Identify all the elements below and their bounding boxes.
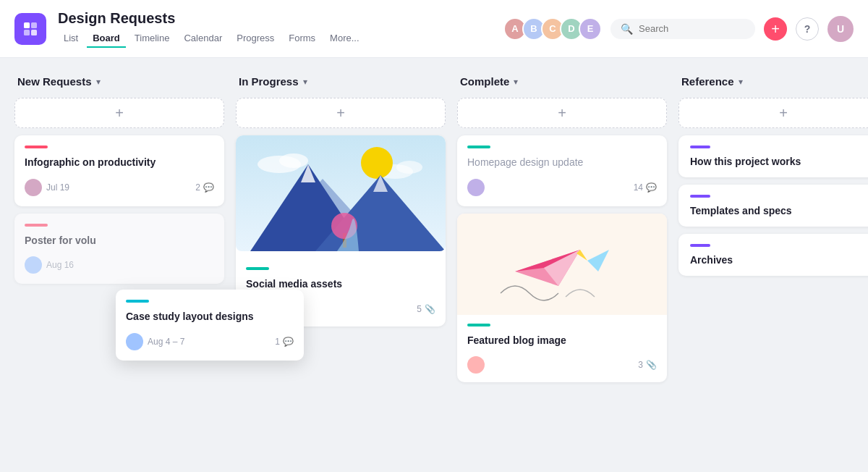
card-illustration-social	[236, 135, 446, 251]
svg-point-6	[279, 153, 308, 168]
svg-rect-3	[31, 30, 37, 35]
card-how-project-works[interactable]: How this project works	[678, 135, 868, 177]
card-accent-social	[246, 267, 269, 270]
float-accent-case	[126, 300, 149, 303]
card-date-infographic: Jul 19	[46, 182, 69, 193]
card-archives[interactable]: Archives	[678, 234, 868, 276]
tab-board[interactable]: Board	[87, 30, 126, 48]
svg-point-8	[396, 161, 422, 174]
card-templates-specs[interactable]: Templates and specs	[678, 185, 868, 227]
card-avatar-infographic	[25, 179, 42, 196]
svg-rect-2	[24, 30, 30, 35]
column-in-progress: In Progress ▾ +	[236, 75, 446, 455]
card-title-poster: Poster for volu	[25, 234, 214, 248]
column-title-complete: Complete	[460, 75, 509, 88]
column-new-requests: New Requests ▾ + Infographic on producti…	[14, 75, 224, 455]
comment-icon-homepage: 💬	[646, 182, 657, 193]
board-area: New Requests ▾ + Infographic on producti…	[0, 58, 868, 472]
tab-calendar[interactable]: Calendar	[178, 30, 228, 48]
ref-title-how: How this project works	[690, 156, 868, 167]
card-footer-homepage: 14 💬	[467, 179, 657, 196]
card-accent-poster	[25, 224, 48, 227]
comment-count-infographic: 2	[195, 182, 200, 193]
column-header-in-progress: In Progress ▾	[236, 75, 446, 88]
user-avatar[interactable]: U	[827, 16, 854, 42]
float-meta-case: Aug 4 – 7	[126, 333, 184, 350]
column-reference: Reference ▾ + How this project works Tem…	[678, 75, 868, 455]
add-card-in-progress[interactable]: +	[236, 98, 446, 128]
attachment-icon-social: 📎	[425, 304, 435, 314]
float-comments-case: 1 💬	[275, 337, 294, 347]
comment-count-blog: 3	[638, 360, 643, 370]
card-poster-partial[interactable]: Poster for volu Aug 16	[14, 214, 224, 285]
comment-count-homepage: 14	[634, 182, 643, 193]
card-comments-infographic: 2 💬	[195, 182, 214, 193]
ref-title-archives: Archives	[690, 254, 868, 266]
column-chevron-in-progress[interactable]: ▾	[303, 77, 307, 87]
floating-card-case-study[interactable]: Case study layout designs Aug 4 – 7 1 💬	[116, 290, 304, 361]
ref-accent-archives	[690, 244, 710, 247]
float-avatar-case	[126, 333, 143, 350]
card-avatar-poster	[25, 256, 42, 274]
column-complete: Complete ▾ + Homepage design update 14 💬	[457, 75, 667, 455]
card-accent-blog	[467, 324, 490, 326]
add-card-new-requests[interactable]: +	[14, 98, 224, 128]
card-title-blog: Featured blog image	[467, 334, 657, 348]
column-chevron-reference[interactable]: ▾	[739, 77, 743, 87]
float-comment-count-case: 1	[275, 337, 280, 347]
column-chevron-complete[interactable]: ▾	[514, 77, 518, 87]
tab-list[interactable]: List	[58, 30, 84, 48]
app-header: Design Requests List Board Timeline Cale…	[0, 0, 868, 58]
card-accent-infographic	[25, 146, 48, 148]
card-avatar-blog	[467, 356, 485, 374]
app-logo[interactable]	[14, 13, 46, 45]
svg-rect-1	[31, 22, 37, 28]
svg-point-9	[361, 147, 393, 179]
card-meta-blog	[467, 356, 485, 374]
card-infographic[interactable]: Infographic on productivity Jul 19 2 💬	[14, 135, 224, 206]
attachment-icon-blog: 📎	[646, 360, 657, 370]
ref-accent-how	[690, 146, 710, 148]
search-icon: 🔍	[621, 23, 633, 35]
add-card-complete[interactable]: +	[457, 98, 667, 128]
float-footer-case: Aug 4 – 7 1 💬	[126, 333, 294, 350]
comment-count-social: 5	[417, 304, 422, 314]
card-footer-poster: Aug 16	[25, 256, 214, 274]
tab-more[interactable]: More...	[324, 30, 365, 48]
card-title-infographic: Infographic on productivity	[25, 156, 214, 170]
header-right: A B C D E 🔍 + ? U	[503, 16, 854, 42]
card-comments-blog: 3 📎	[638, 360, 657, 370]
nav-tabs: List Board Timeline Calendar Progress Fo…	[58, 30, 492, 48]
card-meta-infographic: Jul 19	[25, 179, 69, 196]
search-input[interactable]	[639, 23, 745, 34]
card-date-poster: Aug 16	[46, 260, 74, 270]
card-avatar-homepage	[467, 179, 485, 196]
help-button[interactable]: ?	[796, 17, 819, 41]
card-comments-social: 5 📎	[417, 304, 435, 314]
column-chevron-new-requests[interactable]: ▾	[96, 77, 101, 87]
float-date-case: Aug 4 – 7	[148, 337, 184, 347]
tab-progress[interactable]: Progress	[231, 30, 280, 48]
card-blog[interactable]: Featured blog image 3 📎	[457, 214, 667, 383]
header-title-area: Design Requests List Board Timeline Cale…	[58, 10, 492, 48]
svg-rect-0	[24, 22, 30, 28]
float-title-case: Case study layout designs	[126, 310, 294, 324]
card-illustration-blog	[457, 214, 667, 315]
tab-timeline[interactable]: Timeline	[129, 30, 176, 48]
tab-forms[interactable]: Forms	[283, 30, 321, 48]
search-bar: 🔍	[610, 19, 755, 39]
page-title: Design Requests	[58, 10, 492, 27]
card-homepage[interactable]: Homepage design update 14 💬	[457, 135, 667, 206]
column-title-in-progress: In Progress	[239, 75, 299, 88]
team-avatar-5[interactable]: E	[579, 17, 602, 41]
card-title-homepage: Homepage design update	[467, 156, 657, 170]
column-title-new-requests: New Requests	[17, 75, 92, 88]
column-header-new-requests: New Requests ▾	[14, 75, 224, 88]
comment-icon-infographic: 💬	[203, 182, 214, 193]
card-footer-blog: 3 📎	[467, 356, 657, 374]
ref-accent-templates	[690, 195, 710, 198]
card-meta-poster: Aug 16	[25, 256, 74, 274]
add-card-reference[interactable]: +	[678, 98, 868, 128]
add-button[interactable]: +	[764, 17, 787, 41]
column-header-reference: Reference ▾	[678, 75, 868, 88]
